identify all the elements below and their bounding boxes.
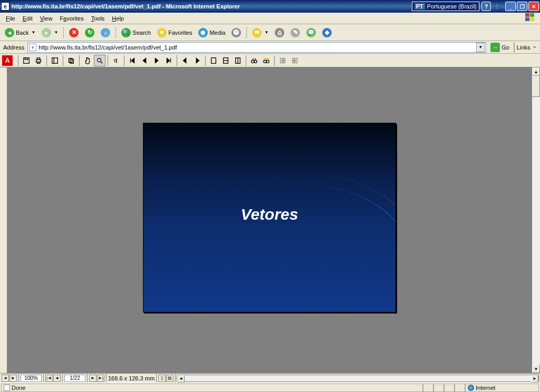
status-pane [455, 384, 465, 392]
forward-button[interactable]: ►▼ [39, 26, 61, 39]
page-input[interactable] [64, 375, 85, 382]
pdf-find-button[interactable] [248, 55, 260, 66]
pdf-prev-page-button[interactable] [139, 55, 150, 66]
address-label: Address [2, 44, 25, 51]
pdf-actual-size-button[interactable] [208, 55, 219, 66]
kite-icon: ◆ [322, 28, 332, 37]
pdf-canvas[interactable]: Vetores [7, 67, 532, 373]
pdf-page: Vetores [143, 123, 396, 312]
fit-page-icon [222, 57, 229, 64]
scroll-thumb[interactable] [532, 76, 540, 97]
chat-icon: 💬 [306, 28, 316, 37]
status-text: Done [12, 385, 25, 391]
sb-prev-page-button[interactable]: ◄ [53, 375, 61, 382]
sb-first-page-button[interactable]: |◄ [45, 375, 53, 382]
pdf-print-button[interactable] [33, 55, 44, 66]
pdf-last-page-button[interactable] [163, 55, 175, 66]
status-pane [433, 384, 444, 392]
zoom-out-button[interactable]: ◄ [2, 375, 9, 382]
svg-point-9 [98, 58, 101, 62]
menu-favorites[interactable]: Favorites [56, 14, 87, 23]
fwd-view-icon [194, 57, 201, 64]
messenger-button[interactable]: ◆ [320, 26, 334, 39]
page-layout-cont-button[interactable]: ▤ [166, 375, 173, 382]
pdf-first-page-button[interactable] [127, 55, 138, 66]
scroll-down-button[interactable]: ▼ [532, 365, 540, 373]
svg-point-20 [252, 60, 254, 63]
links-button[interactable]: Links» [514, 42, 538, 53]
print-button[interactable]: ⎙ [272, 26, 287, 39]
pdf-fit-page-button[interactable] [220, 55, 232, 66]
pdf-zoom-tool-button[interactable] [94, 55, 105, 66]
pdf-copy-button[interactable] [65, 55, 77, 66]
pdf-search-button[interactable] [261, 55, 272, 66]
dropdown-icon: ▼ [264, 30, 268, 35]
pdf-save-button[interactable] [21, 55, 32, 66]
back-button[interactable]: ◄Back▼ [2, 26, 38, 39]
address-box[interactable]: e ▼ [27, 42, 486, 53]
home-button[interactable]: ⌂ [98, 26, 113, 39]
media-button[interactable]: ◉Media [196, 26, 228, 39]
pdf-ebook-prev-button[interactable] [277, 55, 288, 66]
go-button[interactable]: →Go [488, 43, 512, 52]
globe-icon [468, 385, 474, 391]
address-dropdown[interactable]: ▼ [476, 43, 485, 52]
pdf-show-nav-button[interactable] [49, 55, 61, 66]
binoculars-icon [250, 57, 258, 64]
home-icon: ⌂ [101, 28, 110, 37]
menu-edit[interactable]: Edit [19, 14, 36, 23]
pdf-next-view-button[interactable] [191, 55, 203, 66]
discuss-button[interactable]: 💬 [304, 26, 319, 39]
zoom-in-button[interactable]: ► [9, 375, 17, 382]
stop-icon: ✕ [69, 28, 79, 37]
scroll-track[interactable] [532, 76, 540, 365]
maximize-button[interactable]: ❐ [517, 2, 527, 11]
language-indicator[interactable]: PT Portuguese (Brazil) [412, 2, 479, 11]
page-icon [4, 385, 10, 391]
help-button[interactable]: ? [481, 2, 491, 11]
resize-separator-icon: ⋮ [493, 3, 501, 10]
prev-icon [141, 57, 148, 64]
vertical-scrollbar[interactable]: ▲ ▼ [532, 67, 540, 373]
menu-file[interactable]: File [2, 14, 19, 23]
pdf-nav-pane-collapsed[interactable] [0, 67, 7, 373]
favorites-button[interactable]: ★Favorites [155, 26, 195, 39]
pdf-fit-width-button[interactable] [232, 55, 244, 66]
decorative-swoosh [143, 149, 396, 312]
search-button[interactable]: 🔍Search [119, 26, 153, 39]
stop-button[interactable]: ✕ [66, 26, 81, 39]
menu-help[interactable]: Help [108, 14, 128, 23]
pdf-hand-tool-button[interactable] [82, 55, 93, 66]
address-input[interactable] [38, 44, 476, 51]
zoom-input[interactable] [21, 375, 42, 382]
hscroll-left-button[interactable]: ◄ [177, 375, 185, 383]
hscroll-right-button[interactable]: ► [531, 375, 538, 383]
pdf-prev-view-button[interactable] [179, 55, 191, 66]
dropdown-icon: ▼ [54, 30, 58, 35]
ie-status-bar: Done Internet [0, 383, 540, 392]
svg-line-22 [253, 58, 253, 60]
window-title: http://www.fis.ita.br/fis12/capi/vet/1as… [12, 3, 240, 9]
dropdown-icon: ▼ [31, 30, 35, 35]
sb-last-page-button[interactable]: ►| [97, 375, 104, 382]
slide-title: Vetores [241, 205, 298, 223]
scroll-up-button[interactable]: ▲ [532, 67, 540, 76]
pdf-ebook-next-button[interactable] [289, 55, 301, 66]
svg-rect-15 [211, 57, 216, 63]
page-layout-single-button[interactable]: ▯ [158, 375, 166, 382]
mail-button[interactable]: ✉▼ [249, 26, 271, 39]
pdf-next-page-button[interactable] [151, 55, 162, 66]
menu-bar: File Edit View Favorites Tools Help [0, 13, 540, 24]
minimize-button[interactable]: _ [505, 2, 516, 11]
close-button[interactable]: ✕ [528, 2, 539, 11]
refresh-button[interactable]: ↻ [82, 26, 97, 39]
pdf-text-select-button[interactable]: T [110, 55, 122, 66]
sb-next-page-button[interactable]: ► [89, 375, 97, 382]
edit-button[interactable]: ✎ [288, 26, 303, 39]
horizontal-scrollbar[interactable]: ◄ ► [177, 375, 539, 382]
pdf-status-bar: ◄ ► |◄ ◄ ► ►| 168.6 x 126.3 mm ▯ ▤ ◄ ► [0, 373, 540, 383]
history-button[interactable]: 🕑 [229, 26, 244, 39]
menu-tools[interactable]: Tools [88, 14, 109, 23]
menu-view[interactable]: View [36, 14, 56, 23]
back-view-icon [181, 57, 189, 64]
